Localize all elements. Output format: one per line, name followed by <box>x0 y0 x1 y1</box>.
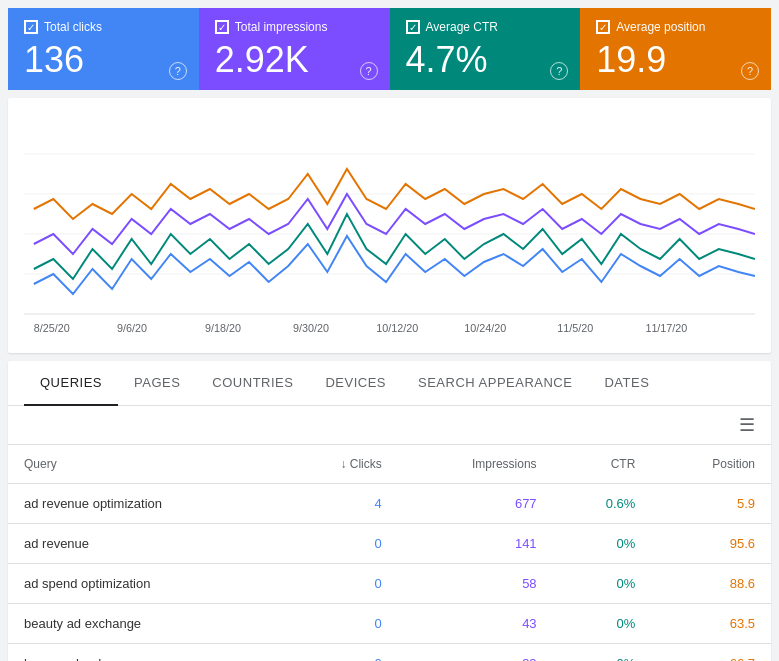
cell-query: how much ad revenue <box>8 644 280 662</box>
cell-ctr: 0% <box>553 604 652 644</box>
cell-ctr: 0% <box>553 564 652 604</box>
svg-text:10/12/20: 10/12/20 <box>376 322 418 334</box>
svg-text:10/24/20: 10/24/20 <box>464 322 506 334</box>
metric-checkbox[interactable]: ✓ <box>406 20 420 34</box>
col-header-position[interactable]: Position <box>651 445 771 484</box>
cell-position: 95.6 <box>651 524 771 564</box>
tab-countries[interactable]: COUNTRIES <box>196 361 309 406</box>
metric-card-average-position[interactable]: ✓ Average position 19.9 ? <box>580 8 771 90</box>
filter-row: ☰ <box>8 406 771 445</box>
metric-label: Average position <box>616 20 705 34</box>
cell-ctr: 0.6% <box>553 484 652 524</box>
cell-query: beauty ad exchange <box>8 604 280 644</box>
metric-card-total-clicks[interactable]: ✓ Total clicks 136 ? <box>8 8 199 90</box>
metric-card-header: ✓ Total impressions <box>215 20 374 34</box>
metric-value: 19.9 <box>596 42 755 78</box>
cell-position: 63.5 <box>651 604 771 644</box>
metric-checkbox[interactable]: ✓ <box>24 20 38 34</box>
cell-position: 66.7 <box>651 644 771 662</box>
tab-search-appearance[interactable]: SEARCH APPEARANCE <box>402 361 588 406</box>
metric-value: 136 <box>24 42 183 78</box>
cell-query: ad spend optimization <box>8 564 280 604</box>
tab-devices[interactable]: DEVICES <box>309 361 402 406</box>
svg-text:9/30/20: 9/30/20 <box>293 322 329 334</box>
metric-card-header: ✓ Average position <box>596 20 755 34</box>
table-row: beauty ad exchange 0 43 0% 63.5 <box>8 604 771 644</box>
tab-dates[interactable]: DATES <box>588 361 665 406</box>
info-icon[interactable]: ? <box>741 62 759 80</box>
metric-value: 2.92K <box>215 42 374 78</box>
col-header-query: Query <box>8 445 280 484</box>
cell-query: ad revenue optimization <box>8 484 280 524</box>
metric-checkbox[interactable]: ✓ <box>215 20 229 34</box>
cell-ctr: 0% <box>553 524 652 564</box>
cell-impressions: 141 <box>398 524 553 564</box>
cell-clicks: 0 <box>280 644 397 662</box>
cell-position: 5.9 <box>651 484 771 524</box>
table-row: ad revenue optimization 4 677 0.6% 5.9 <box>8 484 771 524</box>
chart-area: 8/25/20 9/6/20 9/18/20 9/30/20 10/12/20 … <box>8 98 771 353</box>
metric-checkbox[interactable]: ✓ <box>596 20 610 34</box>
cell-impressions: 33 <box>398 644 553 662</box>
metric-cards-row: ✓ Total clicks 136 ? ✓ Total impressions… <box>8 8 771 90</box>
filter-icon[interactable]: ☰ <box>739 414 755 436</box>
table-row: how much ad revenue 0 33 0% 66.7 <box>8 644 771 662</box>
info-icon[interactable]: ? <box>169 62 187 80</box>
metric-label: Total impressions <box>235 20 328 34</box>
col-header-impressions[interactable]: Impressions <box>398 445 553 484</box>
cell-clicks: 0 <box>280 604 397 644</box>
cell-impressions: 677 <box>398 484 553 524</box>
metric-card-header: ✓ Total clicks <box>24 20 183 34</box>
info-icon[interactable]: ? <box>550 62 568 80</box>
col-header-ctr[interactable]: CTR <box>553 445 652 484</box>
cell-clicks: 0 <box>280 564 397 604</box>
main-container: ✓ Total clicks 136 ? ✓ Total impressions… <box>0 0 779 661</box>
info-icon[interactable]: ? <box>360 62 378 80</box>
tabs-row: QUERIES PAGES COUNTRIES DEVICES SEARCH A… <box>8 361 771 406</box>
svg-text:9/6/20: 9/6/20 <box>117 322 147 334</box>
metric-card-average-ctr[interactable]: ✓ Average CTR 4.7% ? <box>390 8 581 90</box>
metric-label: Total clicks <box>44 20 102 34</box>
tabs-section: QUERIES PAGES COUNTRIES DEVICES SEARCH A… <box>8 361 771 661</box>
svg-text:8/25/20: 8/25/20 <box>34 322 70 334</box>
metric-card-total-impressions[interactable]: ✓ Total impressions 2.92K ? <box>199 8 390 90</box>
cell-impressions: 43 <box>398 604 553 644</box>
tab-queries[interactable]: QUERIES <box>24 361 118 406</box>
table-row: ad spend optimization 0 58 0% 88.6 <box>8 564 771 604</box>
svg-text:9/18/20: 9/18/20 <box>205 322 241 334</box>
tab-pages[interactable]: PAGES <box>118 361 196 406</box>
metric-card-header: ✓ Average CTR <box>406 20 565 34</box>
data-table: Query ↓ Clicks Impressions CTR Position … <box>8 445 771 661</box>
chart-svg: 8/25/20 9/6/20 9/18/20 9/30/20 10/12/20 … <box>24 114 755 334</box>
cell-position: 88.6 <box>651 564 771 604</box>
svg-text:11/17/20: 11/17/20 <box>645 322 687 334</box>
cell-clicks: 4 <box>280 484 397 524</box>
cell-impressions: 58 <box>398 564 553 604</box>
cell-clicks: 0 <box>280 524 397 564</box>
cell-query: ad revenue <box>8 524 280 564</box>
svg-text:11/5/20: 11/5/20 <box>557 322 593 334</box>
col-header-clicks[interactable]: ↓ Clicks <box>280 445 397 484</box>
cell-ctr: 0% <box>553 644 652 662</box>
table-row: ad revenue 0 141 0% 95.6 <box>8 524 771 564</box>
metric-label: Average CTR <box>426 20 498 34</box>
metric-value: 4.7% <box>406 42 565 78</box>
table-header-row: Query ↓ Clicks Impressions CTR Position <box>8 445 771 484</box>
